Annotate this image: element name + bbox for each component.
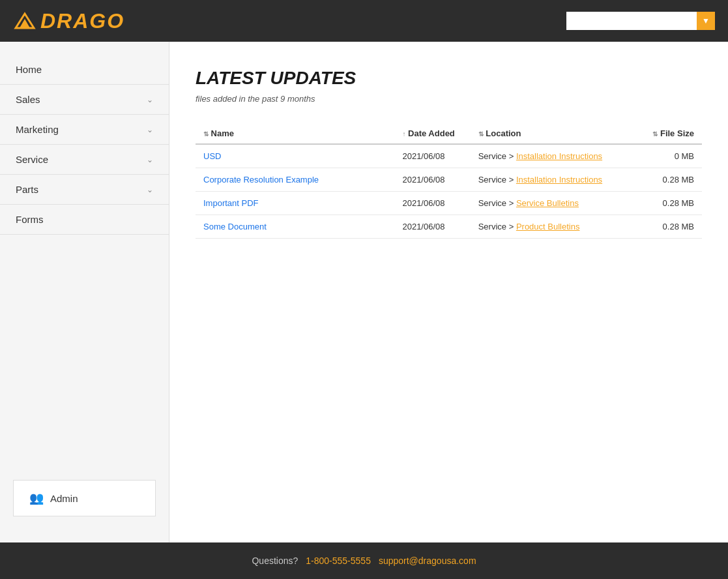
chevron-down-icon: ⌄	[147, 185, 153, 194]
sidebar-item-label: Sales	[16, 94, 40, 105]
header-search-area: ▼	[566, 12, 715, 30]
sidebar-item-label: Parts	[16, 184, 38, 195]
sort-icon: ⇅	[652, 130, 658, 138]
cell-location: Service > Service Bulletins	[471, 192, 645, 215]
main-content: LATEST UPDATES files added in the past 9…	[169, 42, 728, 542]
file-link[interactable]: Important PDF	[203, 198, 259, 208]
location-prefix: Service >	[478, 198, 516, 208]
cell-size: 0.28 MB	[645, 192, 702, 215]
admin-button[interactable]: 👥 Admin	[13, 480, 156, 516]
sidebar-item-label: Forms	[16, 214, 44, 225]
file-link[interactable]: USD	[203, 151, 221, 161]
location-link[interactable]: Installation Instructions	[516, 151, 602, 161]
admin-icon: 👥	[29, 491, 44, 505]
table-row: Corporate Resolution Example 2021/06/08 …	[196, 168, 702, 192]
file-link[interactable]: Corporate Resolution Example	[203, 175, 319, 185]
location-link[interactable]: Service Bulletins	[516, 198, 579, 208]
cell-date: 2021/06/08	[394, 144, 470, 168]
col-header-size[interactable]: ⇅ File Size	[645, 123, 702, 144]
col-header-location[interactable]: ⇅ Location	[471, 123, 645, 144]
search-dropdown-button[interactable]: ▼	[697, 12, 715, 30]
table-row: Important PDF 2021/06/08 Service > Servi…	[196, 192, 702, 215]
chevron-down-icon: ▼	[702, 16, 710, 25]
cell-location: Service > Installation Instructions	[471, 168, 645, 192]
cell-date: 2021/06/08	[394, 192, 470, 215]
cell-size: 0.28 MB	[645, 168, 702, 192]
table-header-row: ⇅ Name ↑ Date Added ⇅ Location ⇅ File Si…	[196, 123, 702, 144]
cell-location: Service > Installation Instructions	[471, 144, 645, 168]
search-input[interactable]	[566, 12, 697, 30]
cell-size: 0 MB	[645, 144, 702, 168]
footer: Questions? 1-800-555-5555 support@dragou…	[0, 542, 728, 579]
sort-icon: ↑	[402, 130, 405, 138]
sidebar-item-home[interactable]: Home	[0, 55, 169, 85]
sidebar-item-forms[interactable]: Forms	[0, 205, 169, 235]
header: DRAGO ▼	[0, 0, 728, 42]
chevron-down-icon: ⌄	[147, 125, 153, 134]
page-title: LATEST UPDATES	[196, 68, 702, 89]
logo-text: DRAGO	[40, 9, 124, 33]
cell-location: Service > Product Bulletins	[471, 215, 645, 239]
cell-size: 0.28 MB	[645, 215, 702, 239]
footer-questions-label: Questions?	[252, 556, 298, 566]
location-prefix: Service >	[478, 222, 516, 231]
location-link[interactable]: Installation Instructions	[516, 175, 602, 185]
sort-icon: ⇅	[478, 130, 484, 138]
admin-label: Admin	[50, 493, 78, 504]
chevron-down-icon: ⌄	[147, 155, 153, 164]
cell-name: Important PDF	[196, 192, 394, 215]
col-header-name[interactable]: ⇅ Name	[196, 123, 394, 144]
cell-date: 2021/06/08	[394, 215, 470, 239]
file-link[interactable]: Some Document	[203, 222, 267, 231]
location-prefix: Service >	[478, 151, 516, 161]
footer-email[interactable]: support@dragousa.com	[379, 556, 476, 566]
sidebar-nav: Home Sales ⌄ Marketing ⌄ Service ⌄ Parts…	[0, 55, 169, 467]
sort-icon: ⇅	[203, 130, 209, 138]
subtitle: files added in the past 9 months	[196, 94, 702, 104]
table-row: Some Document 2021/06/08 Service > Produ…	[196, 215, 702, 239]
cell-date: 2021/06/08	[394, 168, 470, 192]
table-row: USD 2021/06/08 Service > Installation In…	[196, 144, 702, 168]
sidebar-item-sales[interactable]: Sales ⌄	[0, 85, 169, 115]
cell-name: USD	[196, 144, 394, 168]
location-prefix: Service >	[478, 175, 516, 185]
logo: DRAGO	[13, 9, 124, 33]
sidebar-item-label: Home	[16, 64, 42, 75]
cell-name: Some Document	[196, 215, 394, 239]
sidebar-item-parts[interactable]: Parts ⌄	[0, 175, 169, 205]
sidebar-item-service[interactable]: Service ⌄	[0, 145, 169, 175]
sidebar-item-label: Marketing	[16, 124, 59, 135]
col-header-date[interactable]: ↑ Date Added	[394, 123, 470, 144]
logo-icon	[13, 11, 36, 31]
footer-phone[interactable]: 1-800-555-5555	[306, 556, 371, 566]
updates-table: ⇅ Name ↑ Date Added ⇅ Location ⇅ File Si…	[196, 123, 702, 239]
sidebar-item-label: Service	[16, 154, 48, 165]
cell-name: Corporate Resolution Example	[196, 168, 394, 192]
sidebar: Home Sales ⌄ Marketing ⌄ Service ⌄ Parts…	[0, 42, 169, 542]
main-wrapper: Home Sales ⌄ Marketing ⌄ Service ⌄ Parts…	[0, 42, 728, 542]
sidebar-item-marketing[interactable]: Marketing ⌄	[0, 115, 169, 145]
location-link[interactable]: Product Bulletins	[516, 222, 580, 231]
chevron-down-icon: ⌄	[147, 95, 153, 104]
